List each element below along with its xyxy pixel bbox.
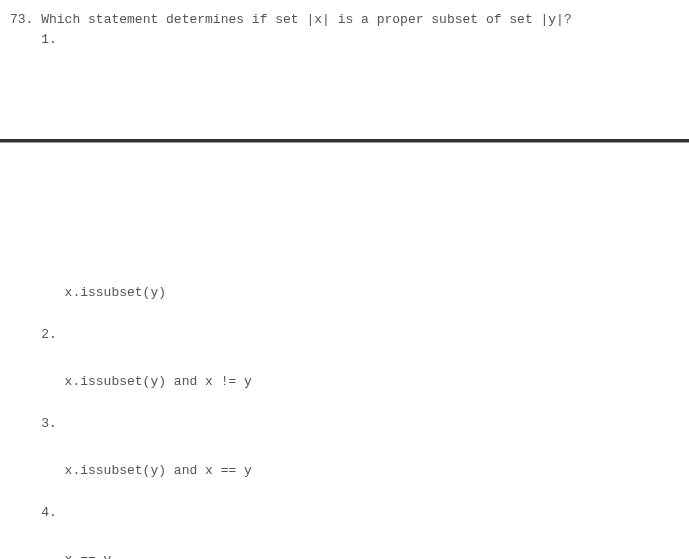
option-number-1-label: 1. [41,32,57,47]
option-number-2: 2. [10,325,689,345]
option-number-4: 4. [10,503,689,523]
question-text: 73. Which statement determines if set |x… [10,10,679,30]
options-block: x.issubset(y) 2. x.issubset(y) and x != … [0,143,689,559]
option-number-2-label: 2. [41,327,57,342]
option-code-3: x.issubset(y) and x == y [10,461,689,481]
option-code-2-text: x.issubset(y) and x != y [65,374,252,389]
option-code-4-text: x == y [65,552,112,559]
option-code-3-text: x.issubset(y) and x == y [65,463,252,478]
option-code-2: x.issubset(y) and x != y [10,372,689,392]
question-number: 73. [10,12,33,27]
option-number-3-label: 3. [41,416,57,431]
option-code-1-text: x.issubset(y) [65,285,166,300]
spacer [0,49,689,139]
option-number-1: 1. [10,30,679,50]
option-number-4-label: 4. [41,505,57,520]
option-code-4: x == y [10,550,689,559]
question-block: 73. Which statement determines if set |x… [0,0,689,49]
page-container: 73. Which statement determines if set |x… [0,0,689,559]
option-number-3: 3. [10,414,689,434]
question-prompt: Which statement determines if set |x| is… [41,12,572,27]
option-code-1: x.issubset(y) [10,283,689,303]
